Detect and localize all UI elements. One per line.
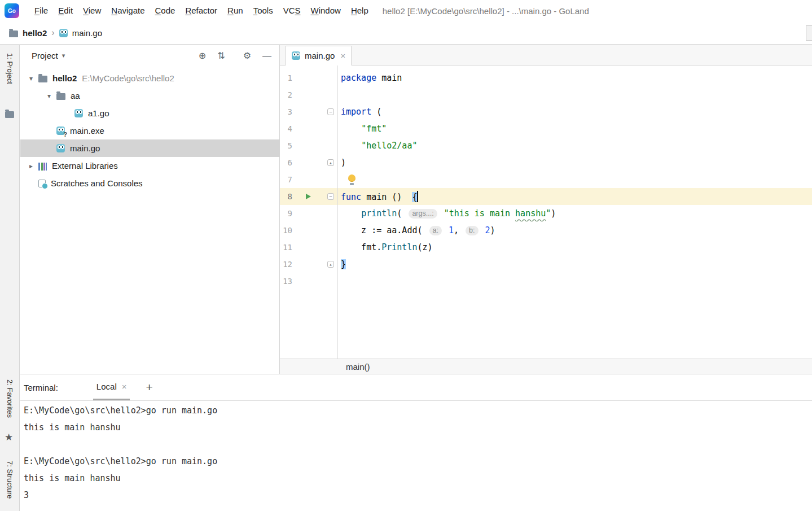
menu-file[interactable]: File xyxy=(29,0,53,21)
tab-close-icon[interactable]: × xyxy=(340,51,345,60)
chevron-down-icon[interactable]: ▾ xyxy=(42,92,56,100)
terminal-tab-local[interactable]: Local × xyxy=(93,374,130,400)
window-edge-button[interactable] xyxy=(806,25,812,41)
stripe-folder-icon[interactable] xyxy=(5,111,14,118)
tree-item-a1-go[interactable]: a1.go xyxy=(20,104,279,122)
go-file-icon xyxy=(74,109,83,117)
terminal-tab-close-icon[interactable]: × xyxy=(122,382,127,391)
go-file-icon xyxy=(59,29,68,37)
editor-tab-main-go[interactable]: main.go × xyxy=(286,46,352,65)
collapse-all-icon[interactable]: ⇅ xyxy=(217,50,225,61)
tree-item-main-go[interactable]: main.go xyxy=(20,139,279,157)
menu-mnemonic: W xyxy=(311,6,319,15)
menu-code[interactable]: Code xyxy=(150,0,181,21)
breadcrumb-item-main-go[interactable]: main.go xyxy=(59,28,102,38)
menu-refactor[interactable]: Refactor xyxy=(180,0,222,21)
tree-item-aa[interactable]: ▾aa xyxy=(20,87,279,104)
fold-end-icon[interactable]: ▴ xyxy=(327,261,334,268)
code-token: b: xyxy=(466,226,478,235)
code-line-8[interactable]: 8−func main () { xyxy=(280,188,812,205)
fold-end-icon[interactable]: ▴ xyxy=(327,159,334,166)
line-number: 8 xyxy=(280,192,295,201)
code-token: func xyxy=(341,192,361,202)
fold-gutter: − xyxy=(315,108,337,115)
code-token: import xyxy=(341,107,371,117)
code-line-11[interactable]: 11 fmt.Println(z) xyxy=(280,239,812,256)
main-area: Project ▾ ⊕ ⇅ ⚙ — ▾hello2E:\MyCode\go\sr… xyxy=(20,45,812,374)
run-gutter-icon[interactable] xyxy=(306,194,311,199)
project-panel-header: Project ▾ ⊕ ⇅ ⚙ — xyxy=(20,45,279,66)
menu-view[interactable]: View xyxy=(78,0,106,21)
tree-item-main-exe[interactable]: main.exe xyxy=(20,122,279,139)
left-tool-stripe: 1: Project 2: Favorites ★ 7: Structure xyxy=(0,45,20,511)
locate-file-icon[interactable]: ⊕ xyxy=(199,50,206,61)
code-line-2[interactable]: 2 xyxy=(280,86,812,103)
tool-stripe-favorites[interactable]: 2: Favorites xyxy=(6,379,14,418)
tool-stripe-project[interactable]: 1: Project xyxy=(6,53,14,84)
breadcrumb-item-hello2[interactable]: hello2 xyxy=(9,28,47,38)
code-token: println xyxy=(361,208,397,219)
new-terminal-button[interactable]: + xyxy=(146,381,152,394)
code-text: fmt.Println(z) xyxy=(337,242,433,252)
tree-item-label: hello2 xyxy=(52,73,77,83)
line-number: 11 xyxy=(280,243,295,252)
editor-tab-bar: main.go × xyxy=(280,45,812,65)
tree-item-external-libraries[interactable]: ▸External Libraries xyxy=(20,157,279,174)
folder-icon xyxy=(38,76,47,82)
code-token: 2 xyxy=(485,225,490,235)
intention-bulb-icon[interactable] xyxy=(348,174,356,185)
breadcrumb: hello2›main.go xyxy=(8,28,103,38)
tree-item-scratches-and-consoles[interactable]: Scratches and Consoles xyxy=(20,174,279,192)
breadcrumb-label: main.go xyxy=(72,28,102,38)
breadcrumb-main-function[interactable]: main() xyxy=(346,362,370,372)
tool-stripe-structure[interactable]: 7: Structure xyxy=(6,461,14,499)
editor-tab-label: main.go xyxy=(305,51,335,60)
line-number: 9 xyxy=(280,209,295,218)
menu-navigate[interactable]: Navigate xyxy=(106,0,150,21)
tree-item-label: External Libraries xyxy=(52,161,118,171)
line-number: 10 xyxy=(280,226,295,235)
code-text: func main () { xyxy=(337,191,418,202)
code-line-7[interactable]: 7 xyxy=(280,171,812,188)
code-line-4[interactable]: 4 "fmt" xyxy=(280,120,812,137)
code-token: ( xyxy=(397,208,407,219)
go-file-icon xyxy=(292,51,300,60)
menu-mnemonic: V xyxy=(83,6,89,15)
code-text xyxy=(337,174,356,185)
code-line-13[interactable]: 13 xyxy=(280,273,812,290)
menu-mnemonic: R xyxy=(227,6,234,15)
chevron-down-icon[interactable]: ▾ xyxy=(62,52,65,59)
fold-gutter: ▴ xyxy=(315,159,337,166)
code-line-6[interactable]: 6▴) xyxy=(280,154,812,171)
menu-vcs[interactable]: VCS xyxy=(278,0,306,21)
hide-panel-icon[interactable]: — xyxy=(262,51,271,61)
code-line-5[interactable]: 5 "hello2/aa" xyxy=(280,137,812,154)
fold-start-icon[interactable]: − xyxy=(327,108,334,115)
text-caret xyxy=(417,191,418,202)
favorites-star-icon[interactable]: ★ xyxy=(5,431,13,443)
code-line-12[interactable]: 12▴} xyxy=(280,256,812,273)
code-line-1[interactable]: 1package main xyxy=(280,69,812,86)
menu-help[interactable]: Help xyxy=(346,0,374,21)
settings-gear-icon[interactable]: ⚙ xyxy=(243,50,251,61)
project-view-selector[interactable]: Project xyxy=(32,51,58,60)
fold-start-icon[interactable]: − xyxy=(327,193,334,200)
chevron-right-icon[interactable]: ▸ xyxy=(24,162,38,170)
menu-window[interactable]: Window xyxy=(306,0,346,21)
code-line-3[interactable]: 3−import ( xyxy=(280,103,812,120)
terminal-output[interactable]: E:\MyCode\go\src\hello2>go run main.goth… xyxy=(20,401,812,511)
editor-area: main.go × 1package main23−import (4 "fmt… xyxy=(280,45,812,374)
go-file-icon xyxy=(56,144,65,152)
menu-tools[interactable]: Tools xyxy=(248,0,278,21)
code-editor[interactable]: 1package main23−import (4 "fmt"5 "hello2… xyxy=(280,65,812,359)
editor-breadcrumb-bar: main() xyxy=(280,359,812,374)
chevron-down-icon[interactable]: ▾ xyxy=(24,75,38,82)
menu-mnemonic: S xyxy=(295,6,301,15)
code-line-9[interactable]: 9 println( args...: "this is main hanshu… xyxy=(280,205,812,222)
code-line-10[interactable]: 10 z := aa.Add( a: 1, b: 2) xyxy=(280,222,812,239)
menu-run[interactable]: Run xyxy=(222,0,248,21)
tree-item-hello2[interactable]: ▾hello2E:\MyCode\go\src\hello2 xyxy=(20,69,279,87)
menu-items: FileEditViewNavigateCodeRefactorRunTools… xyxy=(29,0,374,21)
menu-edit[interactable]: Edit xyxy=(53,0,78,21)
code-token xyxy=(439,208,444,219)
